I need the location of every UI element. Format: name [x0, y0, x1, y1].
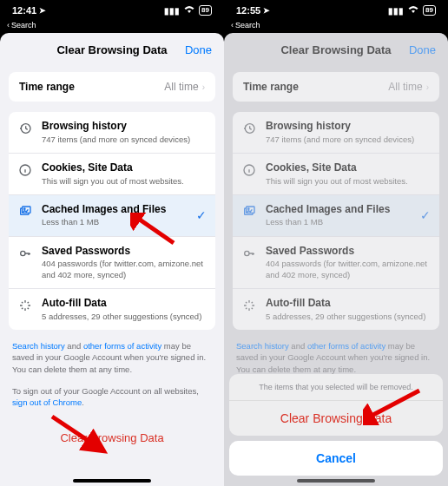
item-cached-images[interactable]: Cached Images and Files Less than 1 MB ✓	[9, 194, 215, 236]
cancel-button[interactable]: Cancel	[229, 441, 443, 476]
wifi-icon	[407, 5, 419, 16]
search-history-link[interactable]: Search history	[236, 341, 289, 351]
action-sheet: The items that you selected will be remo…	[224, 371, 448, 486]
info-icon	[241, 162, 257, 178]
item-browsing-history[interactable]: Browsing history 747 items (and more on …	[233, 112, 439, 153]
page-title: Clear Browsing Data	[280, 43, 391, 56]
time-range-section[interactable]: Time range All time ›	[9, 72, 215, 102]
status-time: 12:41	[12, 5, 36, 16]
clear-browsing-data-button[interactable]: Clear Browsing Data	[0, 414, 224, 453]
check-icon: ✓	[196, 208, 207, 222]
other-activity-link[interactable]: other forms of activity	[307, 341, 385, 351]
signal-icon: ▮▮▮	[164, 6, 180, 16]
search-history-link[interactable]: Search history	[12, 341, 65, 351]
page-title: Clear Browsing Data	[56, 43, 167, 56]
check-icon: ✓	[420, 208, 431, 222]
status-bar: 12:41 ➤ ▮▮▮ 89	[0, 0, 224, 21]
footer-signout: To sign out of your Google Account on al…	[0, 380, 224, 414]
item-browsing-history[interactable]: Browsing history 747 items (and more on …	[9, 112, 215, 153]
history-icon	[241, 121, 257, 136]
footer-search-history: Search history and other forms of activi…	[0, 335, 224, 380]
done-button[interactable]: Done	[409, 43, 436, 56]
autofill-icon	[241, 298, 257, 313]
back-to-search[interactable]: ‹ Search	[0, 21, 224, 31]
phone-left: 12:41 ➤ ▮▮▮ 89 ‹ Search Clear Browsing D…	[0, 0, 224, 486]
chevron-right-icon: ›	[426, 82, 429, 92]
svg-point-10	[248, 208, 249, 209]
chevron-left-icon: ‹	[231, 21, 234, 30]
item-cached-images[interactable]: Cached Images and Files Less than 1 MB ✓	[233, 194, 439, 236]
item-autofill[interactable]: Auto-fill Data 5 addresses, 29 other sug…	[9, 288, 215, 330]
svg-point-4	[24, 208, 25, 209]
wifi-icon	[183, 5, 195, 16]
key-icon	[241, 246, 257, 261]
image-icon	[17, 204, 33, 220]
battery-icon: 89	[423, 5, 436, 16]
status-time: 12:55	[236, 5, 260, 16]
time-range-label: Time range	[19, 81, 75, 93]
data-types-list: Browsing history 747 items (and more on …	[233, 112, 439, 330]
signal-icon: ▮▮▮	[388, 6, 404, 16]
sheet: Clear Browsing Data Done Time range All …	[224, 33, 448, 486]
home-indicator	[73, 479, 151, 483]
time-range-value: All time ›	[164, 81, 205, 93]
history-icon	[17, 121, 33, 136]
home-indicator	[297, 479, 375, 483]
item-cookies[interactable]: Cookies, Site Data This will sign you ou…	[9, 153, 215, 194]
location-icon: ➤	[263, 6, 270, 15]
sign-out-chrome-link[interactable]: sign out of Chrome	[12, 397, 82, 407]
svg-point-5	[21, 251, 25, 255]
image-icon	[241, 204, 257, 220]
battery-icon: 89	[199, 5, 212, 16]
sheet-header: Clear Browsing Data Done	[224, 33, 448, 67]
sheet: Clear Browsing Data Done Time range All …	[0, 33, 224, 486]
data-types-list: Browsing history 747 items (and more on …	[9, 112, 215, 330]
time-range-value: All time ›	[388, 81, 429, 93]
confirm-clear-button[interactable]: Clear Browsing Data	[229, 401, 443, 436]
item-cookies[interactable]: Cookies, Site Data This will sign you ou…	[233, 153, 439, 194]
info-icon	[17, 162, 33, 178]
done-button[interactable]: Done	[185, 43, 212, 56]
autofill-icon	[17, 298, 33, 313]
other-activity-link[interactable]: other forms of activity	[83, 341, 161, 351]
back-to-search[interactable]: ‹ Search	[224, 21, 448, 31]
time-range-section[interactable]: Time range All time ›	[233, 72, 439, 102]
item-autofill[interactable]: Auto-fill Data 5 addresses, 29 other sug…	[233, 288, 439, 330]
status-bar: 12:55 ➤ ▮▮▮ 89	[224, 0, 448, 21]
item-saved-passwords[interactable]: Saved Passwords 404 passwords (for twitt…	[233, 236, 439, 288]
chevron-left-icon: ‹	[7, 21, 10, 30]
sheet-header: Clear Browsing Data Done	[0, 33, 224, 67]
item-saved-passwords[interactable]: Saved Passwords 404 passwords (for twitt…	[9, 236, 215, 288]
time-range-label: Time range	[243, 81, 299, 93]
chevron-right-icon: ›	[202, 82, 205, 92]
location-icon: ➤	[39, 6, 46, 15]
phone-right: 12:55 ➤ ▮▮▮ 89 ‹ Search Clear Browsing D…	[224, 0, 448, 486]
svg-point-11	[245, 251, 249, 255]
key-icon	[17, 246, 33, 261]
action-sheet-message: The items that you selected will be remo…	[229, 374, 443, 401]
